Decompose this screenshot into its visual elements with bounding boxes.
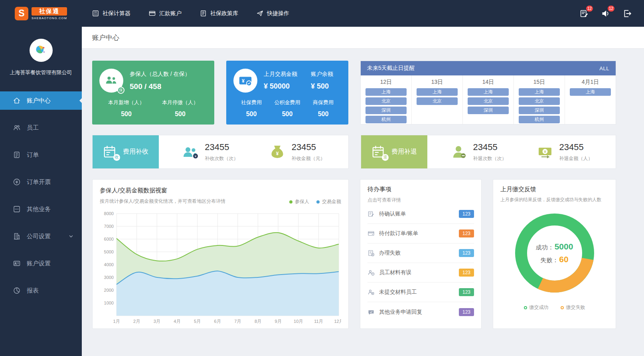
sidebar-item-0[interactable]: 账户中心 (0, 91, 82, 110)
topbar: S 社保通 SHEBAOTONG.COM 社保计算器汇款账户社保政策库快捷操作 … (0, 0, 644, 27)
todo-item-label: 待付款订单/账单 (379, 230, 454, 237)
sidebar-item-5[interactable]: 公司设置 (0, 227, 82, 245)
reminder-title: 未来5天截止日提醒 (367, 65, 415, 72)
todo-card: 待办事项 点击可查看详情 待确认账单123待付款订单/账单123办理失败123员… (360, 179, 482, 329)
announcements-button[interactable]: 12 (601, 9, 610, 18)
sidebar: 上海菩莘餐饮管理有限公司 账户中心员工订单订单开票其他业务公司设置账户设置报表 (0, 27, 82, 356)
material-missing-icon (367, 289, 375, 296)
sidebar-item-6[interactable]: 账户设置 (0, 254, 82, 273)
reply-icon (367, 309, 375, 316)
city-chip[interactable]: 上海 (570, 88, 611, 96)
svg-text:9月: 9月 (275, 319, 282, 324)
city-chip[interactable]: 深圳 (519, 107, 560, 114)
city-chip[interactable]: 上海 (519, 88, 560, 96)
fund-fee-stat: 公积金费用 500 (269, 99, 305, 118)
bill-confirm-icon (367, 210, 375, 218)
home-icon (13, 97, 21, 105)
quick-action-icon (257, 10, 263, 17)
city-chip[interactable]: 杭州 (365, 116, 407, 123)
todo-item-5[interactable]: 其他业务申请回复123 (367, 302, 474, 322)
city-chip[interactable]: 北京 (417, 97, 458, 105)
todo-item-1[interactable]: 待付款订单/账单123 (367, 224, 474, 243)
svg-text:12月: 12月 (334, 319, 341, 324)
insured-value: 500 / 458 (130, 82, 190, 91)
todo-count-badge: 123 (459, 269, 474, 277)
svg-text:¥: ¥ (242, 78, 245, 84)
reminder-day-0: 12日上海北京深圳杭州还有 3 个地区... (361, 75, 412, 124)
detail-row: 参保人/交易金额数据视窗 按月统计参保人/交易金额变化情况，并可查看地区分布详情… (92, 179, 616, 329)
collect-amount-label: 补收金额（元） (292, 155, 325, 162)
sidebar-item-label: 报表 (27, 287, 39, 295)
svg-text:¥: ¥ (195, 155, 196, 158)
feedback-subtitle: 上月参保的结果反馈，反馈缴交成功与失败的人数 (500, 197, 608, 203)
reminder-date: 15日 (518, 79, 561, 86)
policy-library-icon (200, 10, 207, 17)
reminder-day-1: 13日上海北京 (412, 75, 463, 124)
todo-item-3[interactable]: 员工材料有误123 (367, 263, 474, 283)
insured-icon-badge: 保 (117, 87, 124, 94)
fee-refund-header[interactable]: 退 费用补退 (361, 135, 427, 168)
city-chip[interactable]: 深圳 (468, 107, 509, 114)
topnav-item-0[interactable]: 社保计算器 (92, 10, 130, 17)
todo-item-label: 其他业务申请回复 (379, 309, 454, 316)
reminder-date: 13日 (416, 79, 458, 86)
reminder-all-link[interactable]: ALL (599, 65, 609, 71)
brand[interactable]: S 社保通 SHEBAOTONG.COM (0, 0, 82, 27)
todo-item-0[interactable]: 待确认账单123 (367, 204, 474, 224)
svg-text:2月: 2月 (133, 319, 140, 324)
sidebar-item-3[interactable]: 订单开票 (0, 173, 82, 191)
legend-dot-amount (316, 200, 320, 204)
todo-count-badge: 123 (459, 249, 474, 257)
messages-button[interactable]: 12 (579, 9, 589, 18)
todo-list: 待确认账单123待付款订单/账单123办理失败123员工材料有误123未提交材料… (367, 204, 474, 322)
sidebar-item-2[interactable]: 订单 (0, 146, 82, 164)
todo-item-2[interactable]: 办理失败123 (367, 243, 474, 263)
company-avatar (30, 39, 53, 62)
topnav-item-1[interactable]: 汇款账户 (149, 10, 182, 17)
sidebar-item-7[interactable]: 报表 (0, 281, 82, 300)
svg-text:8月: 8月 (255, 319, 261, 324)
collect-amount-icon: ¥ (269, 144, 286, 160)
brand-text: 社保通 SHEBAOTONG.COM (32, 7, 67, 20)
topnav-label: 社保政策库 (210, 10, 238, 17)
legend-insured[interactable]: 参保人 (289, 198, 309, 205)
last-month-amount: 上月交易金额 ¥ 50000 (264, 69, 297, 93)
svg-text:3000: 3000 (104, 275, 114, 280)
refund-count-value: 23455 (473, 142, 507, 152)
todo-count-badge: 123 (459, 308, 474, 316)
fee-collect-header[interactable]: 收 费用补收 (93, 135, 159, 168)
legend-dot-insured (289, 200, 292, 204)
svg-text:5000: 5000 (104, 249, 114, 254)
logout-button[interactable] (622, 9, 632, 18)
legend-ring-success (524, 306, 527, 309)
donut-legend: 缴交成功 缴交失败 (500, 304, 608, 311)
fee-collect-icon-badge: 收 (113, 154, 120, 161)
city-chip[interactable]: 杭州 (519, 116, 560, 123)
legend-amount[interactable]: 交易金额 (316, 198, 341, 205)
topnav: 社保计算器汇款账户社保政策库快捷操作 (92, 10, 579, 17)
city-chip[interactable]: 上海 (468, 88, 509, 96)
topnav-item-2[interactable]: 社保政策库 (200, 10, 238, 17)
reminder-day-4: 4月1日上海 (565, 75, 616, 124)
sidebar-item-label: 账户设置 (27, 260, 51, 267)
fail-value: 60 (559, 255, 568, 264)
city-chip[interactable]: 北京 (365, 97, 407, 105)
collect-amount-stat: ¥ 23455 补收金额（元） (269, 142, 325, 162)
bank-card-icon (149, 10, 156, 17)
city-chip[interactable]: 北京 (468, 97, 509, 105)
sidebar-item-1[interactable]: 员工 (0, 119, 82, 137)
fee-collect-title: 费用补收 (123, 148, 148, 156)
reminder-header: 未来5天截止日提醒 ALL (361, 61, 616, 75)
material-error-icon (367, 269, 375, 276)
svg-text:6000: 6000 (104, 237, 114, 241)
city-chip[interactable]: 上海 (365, 88, 407, 96)
brand-name: 社保通 (32, 7, 67, 16)
todo-item-4[interactable]: 未提交材料员工123 (367, 283, 474, 302)
city-chip[interactable]: 深圳 (365, 107, 407, 114)
reminder-date: 4月1日 (569, 79, 612, 86)
sidebar-item-4[interactable]: 其他业务 (0, 200, 82, 218)
city-chip[interactable]: 上海 (417, 88, 458, 96)
city-chip[interactable]: 北京 (519, 97, 560, 105)
svg-text:3月: 3月 (154, 319, 160, 324)
topnav-item-3[interactable]: 快捷操作 (257, 10, 289, 17)
